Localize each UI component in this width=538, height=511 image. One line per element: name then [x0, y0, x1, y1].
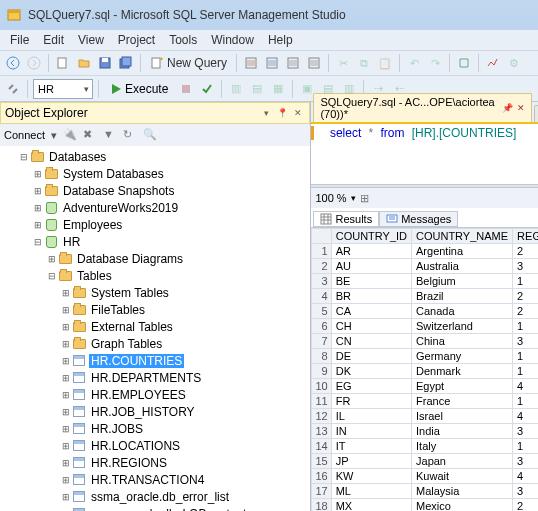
- cell[interactable]: Malaysia: [412, 484, 513, 499]
- query-type-icon-2[interactable]: [263, 54, 281, 72]
- expand-icon[interactable]: ⊞: [60, 373, 71, 383]
- cell[interactable]: Israel: [412, 409, 513, 424]
- cell[interactable]: China: [412, 334, 513, 349]
- tree-node[interactable]: ⊞HR.JOBS: [0, 420, 310, 437]
- connect-icon[interactable]: [4, 80, 22, 98]
- cell[interactable]: 3: [513, 454, 538, 469]
- query-type-icon-4[interactable]: [305, 54, 323, 72]
- cell[interactable]: 1: [513, 319, 538, 334]
- expand-icon[interactable]: ⊞: [60, 407, 71, 417]
- cell[interactable]: Germany: [412, 349, 513, 364]
- table-row[interactable]: 14ITItaly1: [312, 439, 538, 454]
- cell[interactable]: 1: [513, 274, 538, 289]
- collapse-icon[interactable]: ⊟: [46, 271, 57, 281]
- expand-icon[interactable]: ⊞: [60, 356, 71, 366]
- expand-icon[interactable]: ⊞: [60, 322, 71, 332]
- cell[interactable]: 2: [513, 289, 538, 304]
- zoom-value[interactable]: 100 %: [315, 192, 346, 204]
- oe-search-icon[interactable]: 🔍: [143, 128, 157, 142]
- tree-node[interactable]: ⊞HR.COUNTRIES: [0, 352, 310, 369]
- tree-node[interactable]: ⊞Database Diagrams: [0, 250, 310, 267]
- cell[interactable]: 4: [513, 469, 538, 484]
- tree-node[interactable]: ⊞HR.LOCATIONS: [0, 437, 310, 454]
- parse-icon[interactable]: [198, 80, 216, 98]
- cell[interactable]: IL: [331, 409, 411, 424]
- result-mode-icon-2[interactable]: ▤: [319, 80, 337, 98]
- tree-node[interactable]: ⊞System Tables: [0, 284, 310, 301]
- messages-tab[interactable]: Messages: [379, 211, 458, 227]
- paste-icon[interactable]: 📋: [376, 54, 394, 72]
- menu-project[interactable]: Project: [112, 31, 161, 49]
- expand-icon[interactable]: ⊞: [60, 475, 71, 485]
- tree-node[interactable]: ⊟Tables: [0, 267, 310, 284]
- cell[interactable]: 3: [513, 334, 538, 349]
- expand-icon[interactable]: ⊞: [60, 305, 71, 315]
- pin-icon[interactable]: 📌: [502, 103, 512, 113]
- zoom-tool-icon[interactable]: ⊞: [360, 192, 369, 205]
- new-item-icon[interactable]: [54, 54, 72, 72]
- table-row[interactable]: 1ARArgentina2: [312, 244, 538, 259]
- table-row[interactable]: 12ILIsrael4: [312, 409, 538, 424]
- cell[interactable]: Canada: [412, 304, 513, 319]
- zoom-dropdown-icon[interactable]: ▾: [351, 193, 356, 203]
- column-header[interactable]: REGION_ID: [513, 229, 538, 244]
- expand-icon[interactable]: ⊞: [46, 254, 57, 264]
- table-row[interactable]: 3BEBelgium1: [312, 274, 538, 289]
- menu-file[interactable]: File: [4, 31, 35, 49]
- table-row[interactable]: 4BRBrazil2: [312, 289, 538, 304]
- result-mode-icon-1[interactable]: ▣: [298, 80, 316, 98]
- table-row[interactable]: 16KWKuwait4: [312, 469, 538, 484]
- nav-back-icon[interactable]: [4, 54, 22, 72]
- cell[interactable]: KW: [331, 469, 411, 484]
- cell[interactable]: 2: [513, 244, 538, 259]
- cell[interactable]: 4: [513, 409, 538, 424]
- cell[interactable]: IT: [331, 439, 411, 454]
- cell[interactable]: 3: [513, 259, 538, 274]
- table-row[interactable]: 5CACanada2: [312, 304, 538, 319]
- execute-button[interactable]: Execute: [104, 79, 174, 99]
- cell[interactable]: EG: [331, 379, 411, 394]
- undo-icon[interactable]: ↶: [405, 54, 423, 72]
- table-row[interactable]: 10EGEgypt4: [312, 379, 538, 394]
- table-row[interactable]: 15JPJapan3: [312, 454, 538, 469]
- tree-node[interactable]: ⊞AdventureWorks2019: [0, 199, 310, 216]
- expand-icon[interactable]: ⊞: [60, 458, 71, 468]
- tree-node[interactable]: ⊞HR.TRANSACTION4: [0, 471, 310, 488]
- tree-node[interactable]: ⊞HR.DEPARTMENTS: [0, 369, 310, 386]
- menu-window[interactable]: Window: [205, 31, 260, 49]
- close-icon[interactable]: ✕: [291, 106, 305, 120]
- cell[interactable]: Italy: [412, 439, 513, 454]
- table-row[interactable]: 9DKDenmark1: [312, 364, 538, 379]
- result-mode-icon-3[interactable]: ▥: [340, 80, 358, 98]
- cell[interactable]: 2: [513, 499, 538, 512]
- tree-node[interactable]: ⊟HR: [0, 233, 310, 250]
- cell[interactable]: 1: [513, 349, 538, 364]
- save-icon[interactable]: [96, 54, 114, 72]
- table-row[interactable]: 18MXMexico2: [312, 499, 538, 512]
- table-row[interactable]: 11FRFrance1: [312, 394, 538, 409]
- oe-refresh-icon[interactable]: ↻: [123, 128, 137, 142]
- cell[interactable]: Egypt: [412, 379, 513, 394]
- pin-icon[interactable]: 📍: [275, 106, 289, 120]
- tree-node[interactable]: ⊞External Tables: [0, 318, 310, 335]
- activity-icon[interactable]: [484, 54, 502, 72]
- cell[interactable]: FR: [331, 394, 411, 409]
- cell[interactable]: Argentina: [412, 244, 513, 259]
- object-explorer-tree[interactable]: ⊟Databases⊞System Databases⊞Database Sna…: [0, 146, 310, 511]
- cell[interactable]: 1: [513, 394, 538, 409]
- misc-icon[interactable]: ⚙: [505, 54, 523, 72]
- query-type-icon-3[interactable]: [284, 54, 302, 72]
- menu-edit[interactable]: Edit: [37, 31, 70, 49]
- properties-icon[interactable]: [455, 54, 473, 72]
- cell[interactable]: CH: [331, 319, 411, 334]
- menu-view[interactable]: View: [72, 31, 110, 49]
- save-all-icon[interactable]: [117, 54, 135, 72]
- cell[interactable]: Switzerland: [412, 319, 513, 334]
- plan-icon-3[interactable]: ▦: [269, 80, 287, 98]
- cell[interactable]: India: [412, 424, 513, 439]
- table-row[interactable]: 6CHSwitzerland1: [312, 319, 538, 334]
- cell[interactable]: ML: [331, 484, 411, 499]
- tree-node[interactable]: ⊞HR.JOB_HISTORY: [0, 403, 310, 420]
- expand-icon[interactable]: ⊞: [32, 203, 43, 213]
- cell[interactable]: 3: [513, 484, 538, 499]
